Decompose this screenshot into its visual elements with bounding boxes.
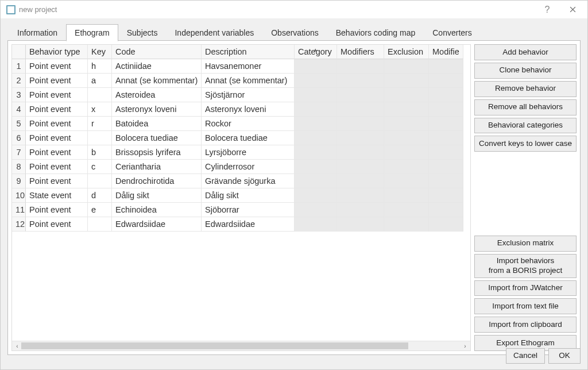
- cell[interactable]: [88, 88, 112, 102]
- scroll-left-icon[interactable]: ‹: [13, 342, 21, 350]
- tab-information[interactable]: Information: [9, 24, 66, 41]
- import-from-jwatcher-button[interactable]: Import from JWatcher: [474, 280, 577, 296]
- cell-empty[interactable]: [337, 59, 384, 74]
- cell-empty[interactable]: [429, 188, 463, 203]
- cell-empty[interactable]: [295, 74, 337, 88]
- row-header[interactable]: 5: [12, 117, 26, 131]
- cell[interactable]: Edwardsiidae: [112, 217, 202, 232]
- cell[interactable]: Annat (se kommentar): [112, 74, 202, 88]
- behavioral-categories-button[interactable]: Behavioral categories: [474, 118, 577, 134]
- cell[interactable]: c: [88, 160, 112, 174]
- tab-converters[interactable]: Converters: [424, 24, 480, 41]
- cell-empty[interactable]: [337, 217, 384, 232]
- scroll-thumb[interactable]: [21, 342, 408, 349]
- tab-subjects[interactable]: Subjects: [118, 24, 167, 41]
- cell[interactable]: Dålig sikt: [202, 188, 295, 203]
- cell[interactable]: Point event: [26, 131, 88, 145]
- cell[interactable]: State event: [26, 188, 88, 203]
- row-header[interactable]: 8: [12, 160, 26, 174]
- cell-empty[interactable]: [429, 131, 463, 145]
- column-header[interactable]: Key: [88, 45, 112, 59]
- cell-empty[interactable]: [429, 59, 463, 74]
- cell[interactable]: Grävande sjögurka: [202, 174, 295, 188]
- tab-independent-variables[interactable]: Independent variables: [166, 24, 262, 41]
- cell-empty[interactable]: [384, 88, 429, 102]
- help-button[interactable]: ?: [535, 1, 560, 19]
- cell-empty[interactable]: [384, 203, 429, 217]
- row-header[interactable]: 3: [12, 88, 26, 102]
- row-header[interactable]: 9: [12, 174, 26, 188]
- cell-empty[interactable]: [295, 160, 337, 174]
- cell[interactable]: Cylinderrosor: [202, 160, 295, 174]
- cell[interactable]: [88, 131, 112, 145]
- cell-empty[interactable]: [429, 160, 463, 174]
- cell-empty[interactable]: [429, 174, 463, 188]
- cell-empty[interactable]: [384, 74, 429, 88]
- row-header[interactable]: 11: [12, 203, 26, 217]
- add-behavior-button[interactable]: Add behavior: [474, 44, 577, 60]
- cell[interactable]: Point event: [26, 102, 88, 117]
- cell[interactable]: Point event: [26, 145, 88, 160]
- cell[interactable]: Dendrochirotida: [112, 174, 202, 188]
- cell[interactable]: Annat (se kommentar): [202, 74, 295, 88]
- remove-all-behaviors-button[interactable]: Remove all behaviors: [474, 99, 577, 115]
- cell[interactable]: r: [88, 117, 112, 131]
- cell-empty[interactable]: [295, 88, 337, 102]
- cell[interactable]: b: [88, 145, 112, 160]
- ok-button[interactable]: OK: [548, 348, 581, 364]
- cell[interactable]: Rockor: [202, 117, 295, 131]
- cell-empty[interactable]: [295, 217, 337, 232]
- cell-empty[interactable]: [337, 131, 384, 145]
- cell-empty[interactable]: [384, 117, 429, 131]
- cell[interactable]: Point event: [26, 203, 88, 217]
- import-from-text-file-button[interactable]: Import from text file: [474, 298, 577, 314]
- cell[interactable]: Dålig sikt: [112, 188, 202, 203]
- cell-empty[interactable]: [429, 203, 463, 217]
- column-header[interactable]: Exclusion: [384, 45, 429, 59]
- cell-empty[interactable]: [337, 74, 384, 88]
- convert-keys-to-lower-case-button[interactable]: Convert keys to lower case: [474, 136, 577, 152]
- cell-empty[interactable]: [384, 188, 429, 203]
- close-button[interactable]: [560, 1, 585, 19]
- cell-empty[interactable]: [337, 188, 384, 203]
- cell[interactable]: x: [88, 102, 112, 117]
- cell[interactable]: Actiniidae: [112, 59, 202, 74]
- cell[interactable]: e: [88, 203, 112, 217]
- column-header[interactable]: Code: [112, 45, 202, 59]
- cell-empty[interactable]: [384, 160, 429, 174]
- cell[interactable]: Sjöborrar: [202, 203, 295, 217]
- cell-empty[interactable]: [337, 117, 384, 131]
- remove-behavior-button[interactable]: Remove behavior: [474, 81, 577, 97]
- horizontal-scrollbar[interactable]: ‹ ›: [12, 341, 470, 350]
- cell[interactable]: h: [88, 59, 112, 74]
- cell[interactable]: Echinoidea: [112, 203, 202, 217]
- tab-observations[interactable]: Observations: [262, 24, 327, 41]
- cell-empty[interactable]: [337, 160, 384, 174]
- cell[interactable]: Edwardsiidae: [202, 217, 295, 232]
- cell-empty[interactable]: [337, 102, 384, 117]
- cell[interactable]: Havsanemoner: [202, 59, 295, 74]
- behavior-grid[interactable]: Behavior typeKeyCodeDescriptionCategory▴…: [12, 45, 470, 232]
- cell[interactable]: Point event: [26, 160, 88, 174]
- clone-behavior-button[interactable]: Clone behavior: [474, 63, 577, 79]
- cell[interactable]: Point event: [26, 174, 88, 188]
- cell[interactable]: Point event: [26, 88, 88, 102]
- row-header[interactable]: 2: [12, 74, 26, 88]
- column-header[interactable]: Category▴: [295, 45, 337, 59]
- row-header[interactable]: 6: [12, 131, 26, 145]
- cell-empty[interactable]: [384, 102, 429, 117]
- cell-empty[interactable]: [429, 74, 463, 88]
- column-header[interactable]: Modifiers: [337, 45, 384, 59]
- import-behaviors-from-a-boris-project-button[interactable]: Import behaviorsfrom a BORIS project: [474, 254, 577, 278]
- cell-empty[interactable]: [429, 88, 463, 102]
- cell[interactable]: Lyrsjöborre: [202, 145, 295, 160]
- cell[interactable]: Point event: [26, 217, 88, 232]
- cell-empty[interactable]: [429, 102, 463, 117]
- cell-empty[interactable]: [384, 145, 429, 160]
- import-from-clipboard-button[interactable]: Import from clipboard: [474, 317, 577, 333]
- row-header[interactable]: 12: [12, 217, 26, 232]
- cell-empty[interactable]: [429, 117, 463, 131]
- cancel-button[interactable]: Cancel: [506, 348, 545, 364]
- cell-empty[interactable]: [337, 174, 384, 188]
- cell[interactable]: a: [88, 74, 112, 88]
